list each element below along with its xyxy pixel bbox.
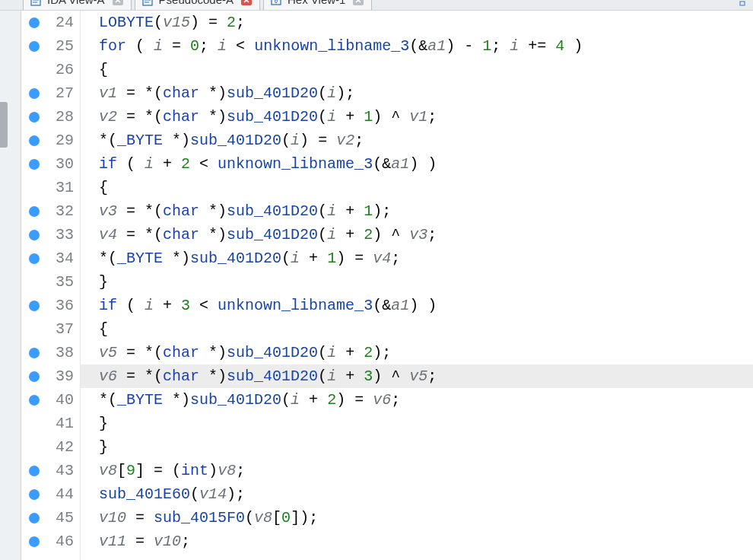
code-line[interactable]: } (81, 270, 753, 294)
gutter-line[interactable]: 26 (21, 58, 80, 81)
token-id: i (327, 344, 336, 361)
breakpoint-icon[interactable] (29, 536, 40, 547)
gutter-line[interactable]: 33 (21, 223, 80, 247)
breakpoint-icon[interactable] (29, 513, 40, 523)
code-line[interactable]: v5 = *(char *)sub_401D20(i + 2); (81, 341, 753, 364)
token-op: = (309, 132, 336, 149)
code-line[interactable]: if ( i + 2 < unknown_libname_3(&a1) ) (81, 152, 753, 176)
gutter-line[interactable]: 45 (21, 506, 80, 530)
breakpoint-icon[interactable] (29, 230, 40, 240)
breakpoint-icon[interactable] (29, 18, 40, 28)
token-ty: char (163, 368, 199, 385)
gutter-line[interactable]: 43 (21, 459, 80, 482)
token-pn: ( (117, 155, 145, 173)
token-op: *) (163, 132, 190, 149)
breakpoint-icon[interactable] (29, 253, 40, 264)
code-line[interactable]: v1 = *(char *)sub_401D20(i); (81, 81, 753, 105)
gutter-line[interactable]: 40 (21, 388, 80, 412)
breakpoint-icon[interactable] (29, 348, 40, 358)
breakpoint-icon[interactable] (29, 371, 40, 382)
breakpoint-icon[interactable] (29, 41, 40, 52)
code-line[interactable]: v3 = *(char *)sub_401D20(i + 1); (81, 199, 753, 223)
gutter-line[interactable]: 31 (21, 176, 80, 199)
gutter-line[interactable]: 46 (21, 530, 80, 553)
code-line[interactable]: sub_401E60(v14); (81, 482, 753, 506)
code-line[interactable]: { (81, 176, 753, 199)
rail-handle-icon[interactable] (0, 102, 8, 148)
tab-hex-view[interactable]: 0 Hex View-1 (263, 0, 372, 11)
token-pn: ) (373, 226, 382, 243)
code-line[interactable]: v10 = sub_4015F0(v8[0]); (81, 506, 753, 530)
gutter-line[interactable]: 36 (21, 294, 80, 317)
gutter-line[interactable]: 28 (21, 105, 80, 129)
token-op: - (455, 37, 482, 55)
code-line[interactable]: { (81, 58, 753, 81)
code-editor[interactable]: 2425262728293031323334353637383940414243… (21, 11, 753, 560)
left-rail[interactable] (0, 11, 21, 560)
token-pn: [ (272, 509, 281, 527)
breakpoint-icon[interactable] (29, 135, 40, 146)
line-number: 26 (56, 61, 74, 78)
token-pn: ( (318, 344, 327, 361)
token-num: 0 (190, 37, 199, 55)
token-num: 2 (181, 155, 190, 173)
code-line[interactable]: *(_BYTE *)sub_401D20(i + 2) = v6; (81, 388, 753, 412)
gutter-line[interactable]: 42 (21, 435, 80, 459)
code-line[interactable]: v8[9] = (int)v8; (81, 459, 753, 482)
breakpoint-icon[interactable] (29, 301, 40, 311)
line-number: 28 (56, 108, 74, 126)
gutter-line[interactable]: 34 (21, 247, 80, 270)
gutter-line[interactable]: 30 (21, 152, 80, 176)
close-icon[interactable] (241, 0, 252, 5)
gutter-line[interactable]: 38 (21, 341, 80, 364)
code-line[interactable]: } (81, 412, 753, 435)
code-line[interactable]: *(_BYTE *)sub_401D20(i + 1) = v4; (81, 247, 753, 270)
gutter-line[interactable]: 25 (21, 34, 80, 58)
token-pn: ] (135, 462, 145, 479)
breakpoint-icon[interactable] (29, 489, 40, 500)
code-body[interactable]: LOBYTE(v15) = 2; for ( i = 0; i < unknow… (81, 11, 753, 560)
tab-pseudocode[interactable]: Pseudocode-A (135, 0, 260, 11)
token-id: i (327, 368, 336, 385)
code-line[interactable]: *(_BYTE *)sub_401D20(i) = v2; (81, 129, 753, 152)
token-pn: ) ) (409, 155, 437, 173)
gutter-line[interactable]: 29 (21, 129, 80, 152)
gutter-line[interactable]: 37 (21, 317, 80, 341)
token-op: = (117, 344, 145, 361)
hex-icon: 0 (270, 0, 282, 6)
gutter-line[interactable]: 44 (21, 482, 80, 506)
code-line[interactable]: v11 = v10; (81, 530, 753, 553)
code-line[interactable]: v6 = *(char *)sub_401D20(i + 3) ^ v5; (81, 364, 753, 388)
gutter-line[interactable]: 27 (21, 81, 80, 105)
tab-structures[interactable] (736, 0, 748, 11)
gutter-line[interactable]: 35 (21, 270, 80, 294)
line-number: 38 (56, 344, 74, 361)
code-line[interactable]: LOBYTE(v15) = 2; (81, 11, 753, 34)
breakpoint-icon[interactable] (29, 466, 40, 476)
breakpoint-icon[interactable] (29, 206, 40, 217)
breakpoint-icon[interactable] (29, 159, 40, 170)
token-fn: sub_401D20 (190, 250, 281, 267)
close-icon[interactable] (353, 0, 364, 5)
gutter-line[interactable]: 39 (21, 364, 80, 388)
line-gutter: 2425262728293031323334353637383940414243… (21, 11, 81, 560)
code-line[interactable]: { (81, 317, 753, 341)
code-line[interactable]: for ( i = 0; i < unknown_libname_3(&a1) … (81, 34, 753, 58)
token-id: v4 (373, 250, 391, 267)
code-line[interactable]: } (81, 435, 753, 459)
breakpoint-icon[interactable] (29, 88, 40, 99)
token-pn: { (99, 179, 108, 196)
code-line[interactable]: v4 = *(char *)sub_401D20(i + 2) ^ v3; (81, 223, 753, 247)
breakpoint-icon[interactable] (29, 395, 40, 406)
gutter-line[interactable]: 24 (21, 11, 80, 34)
gutter-line[interactable]: 32 (21, 199, 80, 223)
tab-ida-view[interactable]: IDA View-A (23, 0, 132, 11)
code-line[interactable]: v2 = *(char *)sub_401D20(i + 1) ^ v1; (81, 105, 753, 129)
token-fn: unknown_libname_3 (218, 155, 373, 173)
token-pn: ]); (291, 509, 318, 527)
close-icon[interactable] (113, 0, 123, 5)
gutter-line[interactable]: 41 (21, 412, 80, 435)
code-line[interactable]: if ( i + 3 < unknown_libname_3(&a1) ) (81, 294, 753, 317)
breakpoint-icon[interactable] (29, 112, 40, 123)
line-number: 37 (56, 320, 74, 338)
